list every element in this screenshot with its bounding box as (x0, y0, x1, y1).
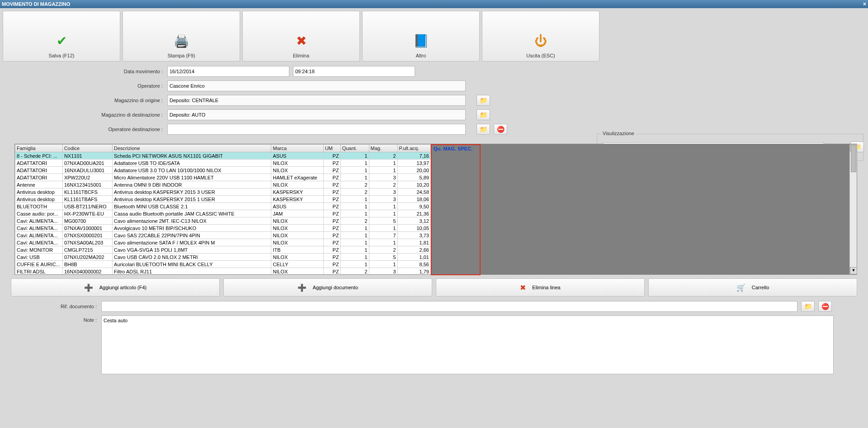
table-cell: 1 (369, 167, 397, 174)
column-header[interactable]: Mag. (369, 145, 397, 152)
table-row[interactable]: Antivirus desktopKL1161TBCFSAntivirus de… (15, 188, 431, 196)
delete-button[interactable]: ✖ Elimina (242, 11, 360, 61)
oper-dest-browse-button[interactable]: 📁 (476, 124, 490, 135)
rif-documento-input[interactable] (101, 301, 797, 312)
table-cell: Cavi: ALIMENTA... (15, 232, 63, 239)
table-cell: Antenne (15, 181, 63, 188)
table-cell: 3,73 (397, 232, 430, 239)
table-cell: 5 (369, 217, 397, 225)
table-cell: PZ (323, 203, 340, 210)
grid-vertical-scrollbar[interactable]: ▲ ▼ (849, 144, 857, 274)
table-cell: 1 (369, 261, 397, 268)
grid-spec-panel: Qu. MAG. SPEC. ▲ ▼ (431, 144, 857, 274)
table-cell: ADATTATORI (15, 160, 63, 167)
table-cell: ADATTATORI (15, 174, 63, 181)
table-cell: Cavo SAS 22CABLE 22PIN/7PIN 4PIN (113, 232, 271, 239)
table-row[interactable]: Casse audio: por...HX-P230WTE-EUCassa au… (15, 210, 431, 217)
table-cell: HAMLET eXagerate (271, 174, 323, 181)
articles-grid[interactable]: FamigliaCodiceDescrizioneMarcaUMQuant.Ma… (15, 144, 431, 274)
table-row[interactable]: BLUETOOTHUSB-BT211/NEROBluetooth MINI US… (15, 203, 431, 210)
oper-dest-input[interactable] (167, 124, 466, 135)
table-cell: 1 (340, 196, 369, 203)
table-cell: NILOX (271, 160, 323, 167)
document-icon: 📘 (413, 33, 429, 48)
oper-dest-clear-button[interactable]: ⛔ (494, 124, 507, 135)
ora-input[interactable] (293, 66, 415, 77)
table-cell: JAM (271, 210, 323, 217)
scroll-thumb[interactable] (851, 145, 856, 172)
table-cell: PZ (323, 167, 340, 174)
rif-clear-button[interactable]: ⛔ (818, 301, 832, 312)
delete-line-button[interactable]: ✖ Elimina linea (436, 278, 645, 296)
mag-dest-browse-button[interactable]: 📁 (476, 109, 490, 120)
table-cell: HX-P230WTE-EU (62, 210, 112, 217)
exit-button[interactable]: ⏻ Uscita (ESC) (482, 11, 599, 61)
table-row[interactable]: Cavi: MONITORCMGLP7215Cavo VGA-SVGA 15 P… (15, 246, 431, 254)
table-cell: 2 (369, 246, 397, 254)
data-movimento-input[interactable] (167, 66, 289, 77)
table-cell: 24,58 (397, 188, 430, 196)
table-row[interactable]: Cavi: USB07NXU202MA202Cavo USB CAVO 2.0 … (15, 254, 431, 261)
column-header[interactable]: Famiglia (15, 145, 63, 152)
column-header[interactable]: Marca (271, 145, 323, 152)
close-icon[interactable]: × (863, 0, 866, 8)
data-movimento-label: Data movimento : (14, 69, 167, 74)
table-row[interactable]: Cavi: ALIMENTA...MG00700Cavo alimentazio… (15, 217, 431, 225)
table-cell: Antivirus desktop KASPERSKY 2015 3 USER (113, 188, 271, 196)
cart-icon: 🛒 (736, 283, 745, 292)
save-button[interactable]: ✔ Salva (F12) (3, 11, 120, 61)
table-row[interactable]: ADATTATORI07NXAD00UA201Adattatore USB TO… (15, 160, 431, 167)
table-row[interactable]: ADATTATORIXPW220U2Micro Alimentatore 220… (15, 174, 431, 181)
table-cell: 3 (369, 174, 397, 181)
column-header[interactable]: Codice (62, 145, 112, 152)
scroll-down-icon[interactable]: ▼ (850, 267, 857, 274)
table-cell: PZ (323, 217, 340, 225)
table-cell: Micro Alimentatore 220V USB 1100 HAMLET (113, 174, 271, 181)
table-row[interactable]: FILTRI ADSL16NX040000002Filtro ADSL RJ11… (15, 268, 431, 275)
table-cell: NILOX (271, 225, 323, 232)
mag-origine-label: Magazzino di origine : (14, 98, 167, 103)
column-header[interactable]: UM (323, 145, 340, 152)
table-cell: PZ (323, 196, 340, 203)
table-cell: PZ (323, 160, 340, 167)
table-row[interactable]: Cavi: ALIMENTA...07NXAV1000001Avvolgicav… (15, 225, 431, 232)
table-row[interactable]: Cavi: ALIMENTA...07NXSA00AL203Cavo alime… (15, 239, 431, 246)
add-document-button[interactable]: ➕ Aggiungi documento (223, 278, 432, 296)
table-cell: 21,36 (397, 210, 430, 217)
table-cell: PZ (323, 188, 340, 196)
table-cell: 1,01 (397, 254, 430, 261)
table-cell: 5 (369, 254, 397, 261)
main-toolbar: ✔ Salva (F12) 🖨️ Stampa (F9) ✖ Elimina 📘… (0, 8, 868, 64)
add-article-button[interactable]: ➕ Aggiungi articolo (F4) (11, 278, 220, 296)
table-cell: 1 (340, 225, 369, 232)
table-cell: NILOX (271, 232, 323, 239)
rif-browse-button[interactable]: 📁 (801, 301, 815, 312)
table-row[interactable]: Antivirus desktopKL1161TBAFSAntivirus de… (15, 196, 431, 203)
print-button[interactable]: 🖨️ Stampa (F9) (123, 11, 240, 61)
table-cell: 9,50 (397, 203, 430, 210)
table-cell: PZ (323, 225, 340, 232)
table-row[interactable]: ADATTATORI16NXADULU3001Adattatore USB 3.… (15, 167, 431, 174)
note-label: Note : (11, 315, 101, 323)
x-icon: ✖ (520, 283, 526, 292)
column-header[interactable]: Descrizione (113, 145, 271, 152)
table-cell: 2 (369, 152, 397, 160)
mag-origine-browse-button[interactable]: 📁 (476, 95, 490, 106)
table-row[interactable]: CUFFIE E AURIC...BH8BAuricolari BLUETOOT… (15, 261, 431, 268)
table-cell: 1 (369, 160, 397, 167)
table-cell: 13,97 (397, 160, 430, 167)
add-article-label: Aggiungi articolo (F4) (99, 285, 147, 290)
table-cell: 1 (369, 225, 397, 232)
table-row[interactable]: 8 - Schede PCI: ...NX1101Scheda PCI NETW… (15, 152, 431, 160)
other-button[interactable]: 📘 Altro (362, 11, 480, 61)
column-header[interactable]: Quant. (340, 145, 369, 152)
table-row[interactable]: Antenne16NX123415001Antenna OMNI 9 DBI I… (15, 181, 431, 188)
table-cell: Cavi: USB (15, 254, 63, 261)
note-textarea[interactable]: Cesta auto (101, 315, 834, 374)
table-row[interactable]: Cavi: ALIMENTA...07NXSX0000201Cavo SAS 2… (15, 232, 431, 239)
table-cell: 3,12 (397, 217, 430, 225)
column-header[interactable]: P.ult.acq. (397, 145, 430, 152)
folder-icon: 📁 (480, 111, 487, 118)
table-cell: NILOX (271, 239, 323, 246)
cart-button[interactable]: 🛒 Carrello (648, 278, 857, 296)
